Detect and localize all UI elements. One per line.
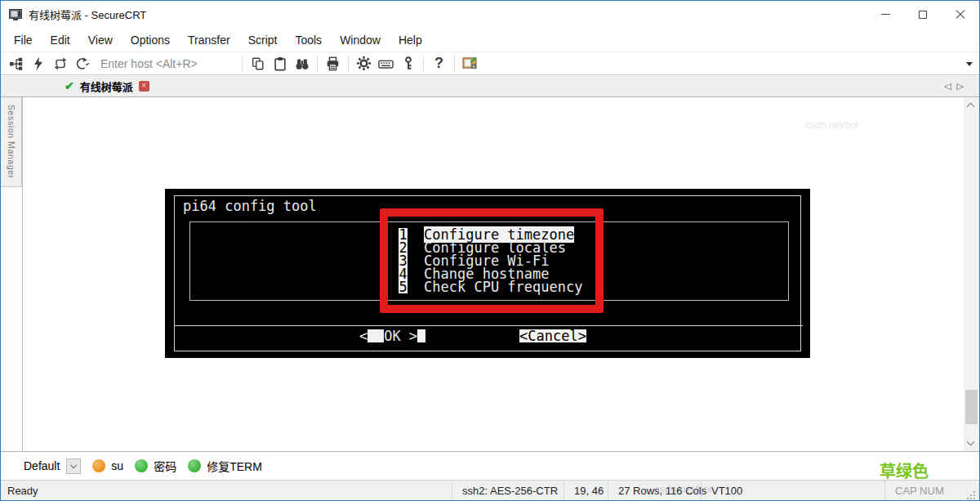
status-ball-green: [188, 459, 201, 472]
session-manager-button[interactable]: [5, 53, 27, 74]
session-manager-strip: Session Manager: [1, 97, 23, 451]
dialog-button-separator: [174, 325, 803, 326]
disconnect-button[interactable]: [71, 53, 93, 74]
toolbar-overflow-icon[interactable]: [966, 62, 973, 66]
button-fix-term[interactable]: 修复TERM: [188, 458, 262, 474]
button-password-label: 密码: [154, 458, 176, 474]
close-icon: [956, 10, 965, 20]
lightning-icon: [31, 56, 46, 71]
keymap-button[interactable]: [375, 53, 397, 74]
keyboard-icon: [377, 56, 394, 71]
toolbar-separator: [242, 56, 243, 72]
session-tab-label: 有线树莓派: [80, 78, 133, 94]
menu-tools[interactable]: Tools: [286, 34, 331, 47]
title-bar: 有线树莓派 - SecureCRT: [1, 1, 979, 28]
window-title: 有线树莓派 - SecureCRT: [29, 7, 146, 22]
disconnect-icon: [74, 56, 91, 71]
maximize-button[interactable]: [904, 1, 942, 28]
terminal-screen[interactable]: pi64 config tool 1Configure timezone 2Co…: [23, 97, 964, 451]
tab-close-icon[interactable]: ×: [139, 81, 149, 92]
menu-view[interactable]: View: [79, 34, 122, 47]
menu-help[interactable]: Help: [390, 34, 431, 47]
chevron-down-icon: [70, 461, 77, 467]
session-tab[interactable]: ✔ 有线树莓派 ×: [61, 75, 153, 96]
session-manager-toggle-button[interactable]: [459, 53, 481, 74]
ok-prefix: <: [359, 328, 368, 344]
watermark-bottom: csdn.net/bol: [654, 483, 711, 495]
menu-transfer[interactable]: Transfer: [179, 34, 239, 47]
key-icon: [402, 56, 415, 71]
status-emulation: VT100: [701, 481, 884, 500]
gear-icon: [356, 56, 372, 71]
vertical-scrollbar[interactable]: [964, 97, 979, 451]
status-cursor-position: 19, 46: [564, 481, 608, 500]
menu-window[interactable]: Window: [331, 34, 390, 47]
copy-button[interactable]: [247, 53, 269, 74]
menu-file[interactable]: File: [5, 34, 42, 47]
toolbar-separator: [423, 56, 424, 72]
key-button[interactable]: [397, 53, 419, 74]
cancel-button[interactable]: <Cancel>: [519, 329, 586, 342]
host-input[interactable]: Enter host <Alt+R>: [100, 57, 225, 70]
toolbar-separator: [317, 56, 318, 72]
ok-suffix: >: [409, 328, 417, 344]
tab-bar: ✔ 有线树莓派 × ◁▷: [1, 75, 979, 97]
ok-trailing-block: [417, 329, 425, 342]
help-icon: ?: [434, 55, 443, 72]
tab-scroll-arrows[interactable]: ◁▷: [944, 81, 969, 92]
sessions-icon: [9, 56, 24, 71]
red-annotation-box: [380, 208, 604, 313]
combo-value: Default: [24, 459, 60, 472]
dialog-title: pi64 config tool: [183, 199, 317, 212]
paste-button[interactable]: [269, 53, 291, 74]
printer-icon: [325, 56, 341, 71]
combo-dropdown-button[interactable]: [66, 459, 81, 474]
paste-icon: [273, 56, 287, 71]
status-ready: Ready: [1, 485, 452, 497]
help-button[interactable]: ?: [428, 53, 450, 74]
button-su-label: su: [111, 459, 123, 472]
toolbar: Enter host <Alt+R>: [1, 51, 979, 75]
status-ball-orange: [92, 459, 105, 472]
close-button[interactable]: [942, 1, 979, 28]
ok-gap: [401, 329, 409, 342]
binoculars-icon: [294, 56, 310, 71]
menu-options[interactable]: Options: [122, 34, 179, 47]
button-password[interactable]: 密码: [135, 458, 176, 474]
button-bar: Default su 密码 修复TERM: [1, 452, 979, 480]
print-button[interactable]: [322, 53, 344, 74]
reconnect-icon: [52, 56, 69, 71]
ok-cursor-block: [368, 329, 384, 342]
session-manager-tab[interactable]: Session Manager: [1, 97, 22, 187]
minimize-button[interactable]: [866, 1, 904, 28]
menu-edit[interactable]: Edit: [42, 34, 79, 47]
status-bar: Ready ssh2: AES-256-CTR 19, 46 27 Rows, …: [1, 480, 979, 500]
ok-button[interactable]: < OK >: [359, 329, 425, 342]
connected-check-icon: ✔: [65, 79, 74, 92]
status-keylock: CAP NUM: [884, 481, 966, 500]
toolbar-separator: [348, 56, 349, 72]
menu-bar: File Edit View Options Transfer Script T…: [1, 28, 979, 51]
resize-grip[interactable]: [966, 481, 979, 500]
reconnect-button[interactable]: [49, 53, 71, 74]
status-ball-green: [135, 459, 148, 472]
button-fix-term-label: 修复TERM: [207, 458, 262, 474]
watermark-green-label: 草绿色: [880, 459, 929, 482]
scroll-up-icon[interactable]: [967, 103, 975, 111]
minimize-icon: [881, 14, 890, 15]
securecrt-window: 有线树莓派 - SecureCRT File Edit View Options…: [0, 0, 980, 501]
find-button[interactable]: [291, 53, 313, 74]
button-su[interactable]: su: [92, 459, 123, 472]
session-options-button[interactable]: [353, 53, 375, 74]
status-cipher: ssh2: AES-256-CTR: [452, 481, 564, 500]
scroll-down-icon[interactable]: [967, 438, 975, 446]
session-manager-toggle-icon: [462, 56, 478, 71]
dialog-buttons-row: < OK > <Cancel>: [165, 329, 810, 342]
menu-script[interactable]: Script: [239, 34, 287, 47]
quick-connect-button[interactable]: [27, 53, 49, 74]
scrollbar-thumb[interactable]: [965, 390, 978, 424]
copy-icon: [250, 56, 265, 71]
main-area: Session Manager pi64 config tool 1Config…: [1, 97, 979, 452]
button-bar-combo[interactable]: Default: [24, 459, 81, 474]
session-manager-tab-label: Session Manager: [7, 105, 16, 179]
